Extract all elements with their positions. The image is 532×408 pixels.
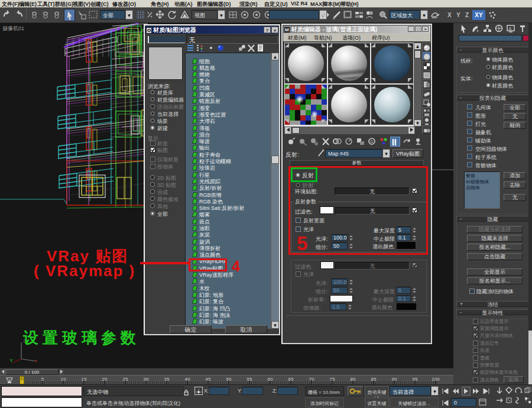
svg-text:70: 70: [309, 377, 314, 382]
svg-text:40: 40: [185, 377, 190, 382]
svg-text:10: 10: [61, 377, 66, 382]
svg-text:60: 60: [268, 377, 273, 382]
svg-text:A: A: [509, 27, 512, 31]
svg-text:95: 95: [413, 377, 418, 382]
svg-text:80: 80: [351, 377, 356, 382]
svg-text:50: 50: [226, 377, 232, 382]
svg-text:25: 25: [123, 377, 128, 382]
svg-text:45: 45: [206, 377, 211, 382]
svg-text:Y: Y: [9, 358, 13, 364]
svg-text:15: 15: [82, 377, 87, 382]
svg-text:20: 20: [102, 377, 108, 382]
svg-text:55: 55: [247, 377, 252, 382]
svg-text:65: 65: [288, 377, 294, 382]
svg-text:100: 100: [432, 377, 440, 382]
svg-text:0: 0: [371, 139, 374, 144]
svg-text:5: 5: [41, 377, 44, 382]
svg-text:35: 35: [164, 377, 170, 382]
svg-text:30: 30: [144, 377, 149, 382]
svg-text:85: 85: [371, 377, 377, 382]
svg-text:90: 90: [392, 377, 397, 382]
svg-text:75: 75: [330, 377, 335, 382]
